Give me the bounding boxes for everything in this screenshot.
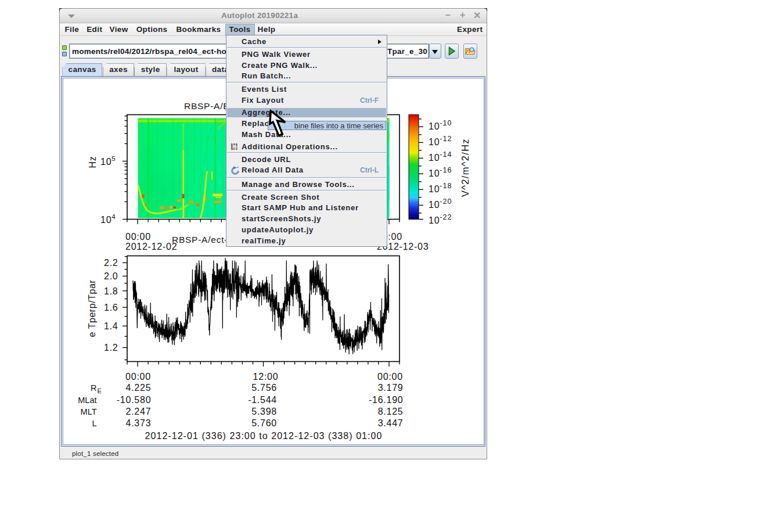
svg-text:10-20: 10-20 (429, 197, 452, 210)
svg-text:00:00: 00:00 (377, 371, 403, 381)
svg-text:10-12: 10-12 (429, 135, 452, 147)
svg-text:5.756: 5.756 (251, 383, 277, 393)
svg-text:-16.190: -16.190 (369, 394, 404, 404)
svg-text:2012-12-01 (336) 23:00 to 2012: 2012-12-01 (336) 23:00 to 2012-12-03 (33… (145, 431, 383, 441)
svg-text:E: E (98, 387, 102, 394)
svg-text:2012-12-02: 2012-12-02 (125, 241, 177, 251)
svg-text:12:00: 12:00 (253, 371, 279, 381)
svg-text:5.760: 5.760 (251, 418, 277, 427)
svg-text:1.4: 1.4 (104, 321, 118, 331)
svg-text:2.2: 2.2 (104, 258, 118, 268)
svg-text:00:00: 00:00 (125, 371, 151, 381)
svg-text:2.247: 2.247 (126, 406, 152, 416)
svg-text:Hz: Hz (88, 156, 98, 168)
svg-text:2.0: 2.0 (104, 271, 118, 281)
svg-text:-1.544: -1.544 (248, 394, 277, 404)
svg-text:3.179: 3.179 (378, 383, 404, 393)
svg-text:10-22: 10-22 (429, 213, 452, 225)
svg-text:MLT: MLT (81, 407, 97, 416)
svg-text:R: R (91, 383, 96, 393)
svg-text:-10.580: -10.580 (117, 394, 152, 404)
svg-text:10-18: 10-18 (429, 182, 452, 194)
svg-text:00:00: 00:00 (125, 231, 151, 241)
svg-text:10-14: 10-14 (429, 150, 452, 163)
svg-text:V^2/m^2/Hz: V^2/m^2/Hz (460, 138, 470, 197)
svg-text:MLat: MLat (78, 395, 96, 404)
svg-text:5.398: 5.398 (251, 406, 277, 416)
svg-text:105: 105 (100, 154, 116, 166)
svg-text:L: L (92, 418, 96, 427)
svg-text:1.2: 1.2 (104, 343, 118, 353)
svg-text:8.125: 8.125 (378, 406, 404, 416)
svg-text:4.225: 4.225 (126, 383, 152, 393)
svg-text:1.8: 1.8 (104, 286, 118, 296)
svg-text:104: 104 (100, 213, 116, 224)
svg-text:3.447: 3.447 (378, 418, 404, 427)
svg-text:10-16: 10-16 (429, 166, 452, 178)
svg-text:10-10: 10-10 (429, 119, 452, 131)
svg-text:1.6: 1.6 (104, 303, 118, 312)
svg-text:4.373: 4.373 (126, 418, 152, 427)
svg-text:e Tperp/Tpar: e Tperp/Tpar (87, 279, 97, 337)
